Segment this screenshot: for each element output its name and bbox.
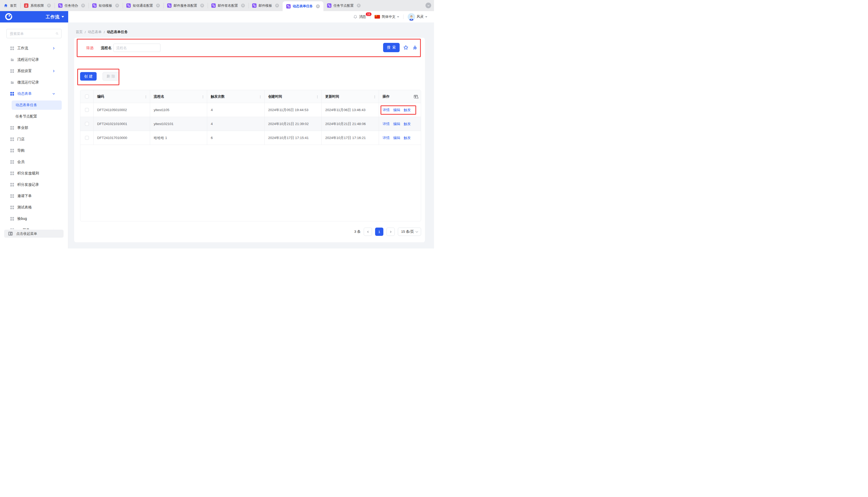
sidebar-item-process-run-log[interactable]: 流程运行记录 (0, 54, 68, 65)
flag-icon: ★ (374, 15, 380, 18)
edit-link[interactable]: 编辑 (393, 108, 400, 112)
edit-link[interactable]: 编辑 (393, 122, 400, 126)
create-button[interactable]: 创建 (80, 72, 97, 81)
breadcrumb-home[interactable]: 首页 (76, 30, 83, 34)
grid-icon (10, 160, 14, 164)
user-menu[interactable]: 风灵 (408, 13, 427, 21)
sidebar-item-task-node-config[interactable]: 任务节点配置 (0, 111, 68, 122)
tab-label: 短信通道配置 (133, 3, 153, 8)
tab-mail-server-config[interactable]: 邮件服务器配置 ✕ (163, 0, 208, 11)
sidebar-search[interactable] (6, 29, 61, 38)
close-icon[interactable]: ✕ (115, 4, 119, 8)
next-page-button[interactable] (386, 228, 395, 236)
page-size-value: 15 条/页 (401, 229, 414, 234)
tab-home[interactable]: 首页 (0, 0, 20, 11)
tab-dynamic-form-task-active[interactable]: 动态表单任务 ✕ (283, 1, 324, 11)
flow-icon (327, 3, 331, 8)
tab-task-node-config[interactable]: 任务节点配置 ✕ (324, 0, 364, 11)
messages-label: 消息 (359, 15, 366, 18)
close-icon[interactable]: ✕ (200, 4, 204, 8)
row-checkbox[interactable] (85, 108, 89, 112)
column-menu-icon[interactable]: ⋮ (259, 95, 262, 98)
flow-icon (252, 3, 257, 8)
favorite-star-icon[interactable] (403, 45, 409, 51)
close-icon[interactable]: ✕ (275, 4, 279, 8)
grid-icon (10, 205, 14, 210)
column-header-code[interactable]: 编码⋮ (94, 90, 150, 103)
breadcrumb-dynamic-form[interactable]: 动态表单 (88, 30, 102, 34)
sidebar-item-workflow[interactable]: 工作流 (0, 43, 68, 54)
close-icon[interactable]: ✕ (316, 4, 320, 8)
column-menu-icon[interactable]: ⋮ (316, 95, 319, 98)
sidebar-item-store[interactable]: 门店 (0, 133, 68, 145)
chevron-icon (52, 229, 55, 229)
column-menu-icon[interactable]: ⋮ (373, 95, 376, 98)
close-icon[interactable]: ✕ (47, 4, 51, 8)
delete-button[interactable]: 删除 (102, 72, 119, 81)
sidebar-item-dynamic-form[interactable]: 动态表单 (0, 88, 68, 99)
close-icon[interactable]: ✕ (241, 4, 245, 8)
language-selector[interactable]: ★ 简体中文 (374, 14, 399, 19)
close-icon[interactable]: ✕ (156, 4, 160, 8)
process-name-label: 流程名 (101, 46, 112, 51)
sidebar-item-points-rule[interactable]: 积分发放规则 (0, 168, 68, 179)
cell-created-time: 2024年11月05日 19:44:53 (265, 103, 322, 117)
search-button[interactable]: 搜索 (383, 43, 400, 52)
select-all-checkbox[interactable] (85, 95, 89, 98)
tab-list-chevron-down-icon[interactable] (426, 3, 431, 8)
tab-label: 邮件签名配置 (218, 3, 238, 8)
tab-system-permission[interactable]: 系统权限 ✕ (20, 0, 55, 11)
flow-icon (286, 4, 290, 9)
sidebar-item-invite-order[interactable]: 邀请下单 (0, 190, 68, 202)
collapse-menu-button[interactable]: 点击收起菜单 (4, 230, 63, 238)
tab-task-todo[interactable]: 任务待办 ✕ (55, 0, 89, 11)
sidebar-item-member[interactable]: 会员 (0, 156, 68, 168)
cell-actions: 详情 编辑 触发 (379, 131, 421, 145)
edit-link[interactable]: 编辑 (393, 136, 400, 140)
trigger-link[interactable]: 触发 (404, 122, 411, 126)
flow-icon (167, 3, 172, 8)
sidebar-item-points-log[interactable]: 积分发放记录 (0, 179, 68, 190)
detail-link[interactable]: 详情 (383, 122, 389, 126)
messages-button[interactable]: 消息 16 (353, 14, 366, 19)
column-header-process-name[interactable]: 流程名⋮ (150, 90, 207, 103)
cell-process-name: yltest1105 (150, 103, 207, 117)
prev-page-button[interactable] (364, 228, 372, 236)
close-icon[interactable]: ✕ (81, 4, 85, 8)
sidebar-item-test-table[interactable]: 测试表格 (0, 202, 68, 213)
trigger-link[interactable]: 触发 (404, 108, 411, 112)
sidebar-item-por-menu[interactable]: por菜单 (0, 225, 68, 229)
tab-sms-channel-config[interactable]: 短信通道配置 ✕ (123, 0, 163, 11)
row-checkbox[interactable] (85, 122, 89, 126)
language-label: 简体中文 (382, 14, 396, 19)
app-logo (5, 13, 13, 21)
clear-broom-icon[interactable] (412, 45, 417, 51)
tab-mail-template[interactable]: 邮件模板 ✕ (248, 0, 283, 11)
page-size-select[interactable]: 15 条/页 (398, 228, 421, 236)
sidebar-item-dynamic-form-task[interactable]: 动态表单任务 (0, 99, 68, 111)
sidebar-item-system-settings[interactable]: 系统设置 (0, 65, 68, 77)
sidebar-item-verify-bug[interactable]: 验bug (0, 213, 68, 225)
breadcrumb-current: 动态表单任务 (107, 30, 128, 34)
column-header-created-time[interactable]: 创建时间⋮ (265, 90, 322, 103)
close-icon[interactable]: ✕ (357, 4, 361, 8)
current-page-button[interactable]: 1 (375, 228, 383, 236)
app-switcher[interactable]: 工作流 (46, 14, 64, 20)
tab-sms-template[interactable]: 短信模板 ✕ (89, 0, 123, 11)
grid-icon (10, 46, 14, 51)
search-input[interactable] (10, 32, 56, 36)
sidebar-item-business-division[interactable]: 事业部 (0, 122, 68, 133)
column-header-updated-time[interactable]: 更新时间⋮ (322, 90, 379, 103)
detail-link[interactable]: 详情 (383, 108, 389, 112)
row-checkbox[interactable] (85, 136, 89, 140)
sidebar-item-guide[interactable]: 导购 (0, 145, 68, 156)
process-name-input[interactable] (113, 44, 160, 52)
column-header-trigger-count[interactable]: 触发次数⋮ (207, 90, 265, 103)
sidebar-item-microflow-run-log[interactable]: 微流运行记录 (0, 77, 68, 88)
column-menu-icon[interactable]: ⋮ (144, 95, 147, 98)
trigger-link[interactable]: 触发 (404, 136, 411, 140)
column-menu-icon[interactable]: ⋮ (201, 95, 204, 98)
tab-mail-signature-config[interactable]: 邮件签名配置 ✕ (208, 0, 248, 11)
grid-icon (10, 126, 14, 130)
detail-link[interactable]: 详情 (383, 136, 389, 140)
